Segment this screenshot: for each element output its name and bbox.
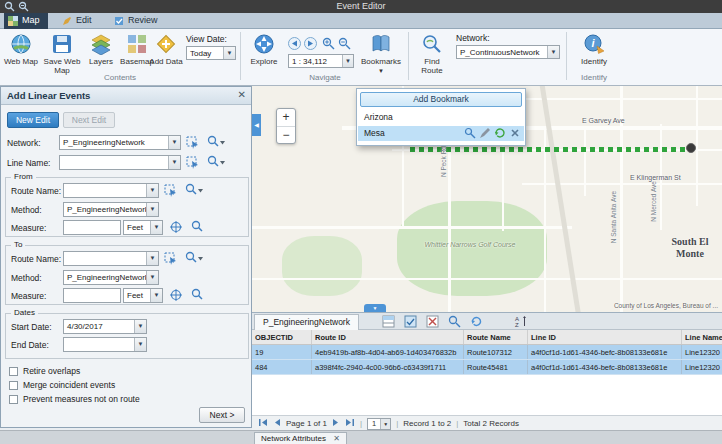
bookmarks-caret-icon: ▼ xyxy=(378,68,384,74)
end-date-input[interactable]: ▼ xyxy=(63,337,147,352)
next-edit-button[interactable]: Next Edit xyxy=(63,112,115,128)
from-measure-input[interactable] xyxy=(63,220,121,235)
zoom-menu-icon[interactable] xyxy=(207,155,225,170)
select-line-on-map-icon[interactable] xyxy=(185,155,203,170)
select-all-icon[interactable] xyxy=(404,315,418,329)
layers-label: Layers xyxy=(89,57,113,66)
zoom-to-selection-icon[interactable] xyxy=(448,315,462,329)
map-zoom-in-button[interactable]: + xyxy=(277,109,295,126)
tab-review[interactable]: Review xyxy=(110,13,166,29)
street-label-vertical: N Merced Ave xyxy=(650,181,657,222)
refresh-table-icon[interactable] xyxy=(470,315,484,329)
find-route-button[interactable]: Find Route xyxy=(414,33,450,75)
bookmark-refresh-icon[interactable] xyxy=(494,127,506,141)
zoom-to-measure-icon[interactable] xyxy=(191,220,209,235)
web-map-button[interactable]: Web Map xyxy=(2,33,40,67)
clear-selection-icon[interactable] xyxy=(426,315,440,329)
from-route-name-label: Route Name: xyxy=(11,186,61,196)
last-page-icon[interactable] xyxy=(345,418,355,429)
table-row[interactable]: 19 4eb9419b-af8b-4d04-ab69-1d403476832b … xyxy=(252,345,722,360)
new-edit-button[interactable]: New Edit xyxy=(7,112,59,128)
page-number-select[interactable]: 1▼ xyxy=(367,418,391,430)
select-line-on-map-icon[interactable] xyxy=(185,135,203,150)
prevent-measures-checkbox[interactable] xyxy=(9,395,18,404)
explore-label: Explore xyxy=(250,57,277,66)
map-zoom-out-button[interactable]: − xyxy=(277,126,295,143)
col-objectid[interactable]: OBJECTID xyxy=(252,330,312,344)
bookmark-edit-icon[interactable] xyxy=(479,127,491,141)
table-tab-network[interactable]: P_EngineeringNetwork xyxy=(254,314,359,330)
network-select[interactable]: P_ContinuousNetwork▼ xyxy=(456,45,560,59)
bookmarks-button[interactable]: Bookmarks ▼ xyxy=(358,33,404,75)
add-data-icon xyxy=(148,33,184,57)
record-range-text: Record 1 to 2 xyxy=(403,419,451,428)
table-collapse-tab[interactable]: ▼ xyxy=(364,304,386,312)
identify-button[interactable]: i Identify xyxy=(574,33,614,67)
titlebar-zoom-out-icon[interactable] xyxy=(18,1,30,12)
zoom-menu-icon[interactable] xyxy=(185,183,203,198)
identify-label: Identify xyxy=(581,57,607,66)
select-route-on-map-icon[interactable] xyxy=(163,183,181,198)
place-name-label: South El Monte xyxy=(660,236,720,259)
next-button[interactable]: Next > xyxy=(199,407,245,423)
bookmark-delete-icon[interactable] xyxy=(509,127,521,141)
sort-icon[interactable]: AZ xyxy=(514,315,528,329)
dates-legend: Dates xyxy=(11,308,38,317)
street-label: E Garvey Ave xyxy=(582,117,625,124)
zoom-in-icon[interactable] xyxy=(322,37,336,51)
col-line-name[interactable]: Line Name xyxy=(682,330,722,344)
view-date-label: View Date: xyxy=(186,34,227,44)
panel-close-icon[interactable]: ✕ xyxy=(238,89,246,100)
titlebar-zoom-in-icon[interactable] xyxy=(4,1,16,12)
bookmark-item-mesa[interactable]: Mesa xyxy=(358,126,524,141)
start-date-input[interactable]: 4/30/2017▼ xyxy=(63,319,147,334)
next-extent-icon[interactable] xyxy=(304,37,318,51)
zoom-to-measure-icon[interactable] xyxy=(191,288,209,303)
pick-measure-on-map-icon[interactable] xyxy=(169,288,187,303)
zoom-menu-icon[interactable] xyxy=(185,251,203,266)
add-data-button[interactable]: Add Data xyxy=(148,33,184,67)
tab-edit-label: Edit xyxy=(76,15,92,25)
next-page-icon[interactable] xyxy=(332,418,340,429)
pick-measure-on-map-icon[interactable] xyxy=(169,220,187,235)
layers-button[interactable]: Layers xyxy=(84,33,118,67)
first-page-icon[interactable] xyxy=(258,418,268,429)
table-row[interactable]: 484 a398f4fc-2940-4c00-96b6-c63439f1711 … xyxy=(252,360,722,375)
to-measure-input[interactable] xyxy=(63,288,121,303)
previous-extent-icon[interactable] xyxy=(288,37,302,51)
bookmark-item-arizona[interactable]: Arizona xyxy=(358,110,524,125)
col-route-id[interactable]: Route ID xyxy=(312,330,464,344)
tab-map[interactable]: Map xyxy=(4,13,48,29)
tab-edit[interactable]: Edit xyxy=(58,13,100,29)
table-tab-strip: P_EngineeringNetwork AZ xyxy=(252,313,722,330)
from-measure-label: Measure: xyxy=(11,223,46,233)
panel-collapse-tab[interactable]: ◀ xyxy=(252,114,261,136)
merge-coincident-checkbox[interactable] xyxy=(9,381,18,390)
attribute-table-panel: P_EngineeringNetwork AZ OBJECTID Route I… xyxy=(252,312,722,430)
zoom-menu-icon[interactable] xyxy=(207,135,225,150)
from-method-select[interactable]: P_EngineeringNetwork▼ xyxy=(63,202,159,217)
retire-overlaps-checkbox[interactable] xyxy=(9,367,18,376)
add-bookmark-button[interactable]: Add Bookmark xyxy=(360,92,522,107)
from-unit-select[interactable]: Feet▼ xyxy=(123,220,163,235)
from-route-name-select[interactable]: ▼ xyxy=(63,183,159,198)
select-route-on-map-icon[interactable] xyxy=(163,251,181,266)
to-unit-select[interactable]: Feet▼ xyxy=(123,288,163,303)
to-method-select[interactable]: P_EngineeringNetwork▼ xyxy=(63,270,159,285)
view-date-select[interactable]: Today▼ xyxy=(186,46,236,60)
show-selected-icon[interactable] xyxy=(382,315,396,329)
explore-button[interactable]: Explore xyxy=(246,33,282,67)
col-line-id[interactable]: Line ID xyxy=(528,330,682,344)
panel-network-select[interactable]: P_EngineeringNetwork▼ xyxy=(59,135,181,150)
save-web-map-button[interactable]: Save Web Map xyxy=(42,33,82,75)
col-route-name[interactable]: Route Name xyxy=(464,330,528,344)
layers-icon xyxy=(84,33,118,57)
bookmark-zoom-icon[interactable] xyxy=(464,127,476,141)
zoom-out-icon[interactable] xyxy=(338,37,352,51)
prev-page-icon[interactable] xyxy=(273,418,281,429)
scale-select[interactable]: 1 : 34,112▼ xyxy=(288,54,354,68)
to-route-name-select[interactable]: ▼ xyxy=(63,251,159,266)
line-name-select[interactable]: ▼ xyxy=(59,155,181,170)
network-attributes-tab[interactable]: Network Attributes ✕ xyxy=(254,432,347,444)
network-attributes-close-icon[interactable]: ✕ xyxy=(333,434,340,443)
